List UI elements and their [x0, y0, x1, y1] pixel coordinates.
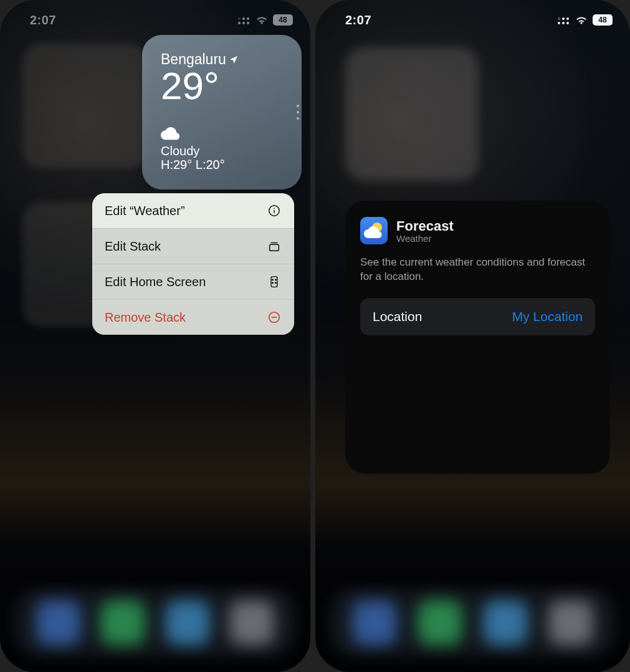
status-bar: 2:07 48	[0, 0, 310, 34]
location-value: My Location	[512, 309, 583, 324]
location-label: Location	[373, 309, 422, 324]
iphone-widget-edit-right: 2:07 48 Forecast Weather	[315, 0, 630, 672]
cloud-icon	[161, 127, 285, 143]
svg-rect-3	[270, 244, 279, 251]
battery-level: 48	[598, 16, 606, 24]
widget-context-menu: Edit “Weather” Edit Stack Edit Home Scre…	[92, 193, 294, 335]
dock-app[interactable]	[418, 600, 462, 645]
battery-indicator: 48	[593, 14, 613, 26]
iphone-home-screen-left: 2:07 48 Bengaluru 29° Cloudy H:29° L:	[0, 0, 310, 672]
svg-rect-4	[271, 277, 277, 287]
status-bar: 2:07 48	[315, 0, 630, 34]
dock	[15, 588, 295, 657]
sheet-subtitle: Weather	[396, 233, 454, 244]
dock-app[interactable]	[165, 600, 210, 645]
battery-level: 48	[279, 16, 287, 24]
info-icon	[267, 203, 282, 218]
dock	[330, 588, 615, 657]
svg-point-5	[272, 279, 274, 281]
svg-point-8	[275, 282, 277, 284]
status-time: 2:07	[30, 13, 56, 27]
stack-icon	[267, 239, 282, 254]
wifi-icon	[575, 15, 588, 25]
wifi-icon	[255, 15, 268, 25]
dock-app[interactable]	[548, 600, 593, 645]
weather-condition: Cloudy	[161, 144, 285, 158]
svg-point-6	[275, 279, 277, 281]
stack-page-indicator	[297, 105, 299, 120]
sheet-title: Forecast	[396, 218, 454, 234]
svg-point-2	[274, 208, 275, 209]
dock-app[interactable]	[100, 600, 145, 645]
cellular-signal-icon	[558, 16, 570, 24]
svg-point-7	[272, 282, 274, 284]
weather-widget[interactable]: Bengaluru 29° Cloudy H:29° L:20°	[142, 35, 302, 190]
dock-app[interactable]	[352, 600, 397, 645]
status-time: 2:07	[345, 13, 371, 27]
remove-icon	[267, 310, 282, 325]
menu-item-label: Edit Home Screen	[105, 275, 206, 289]
status-indicators: 48	[238, 14, 293, 26]
weather-app-icon	[360, 217, 388, 244]
location-arrow-icon	[229, 55, 239, 65]
dock-app[interactable]	[229, 600, 274, 645]
weather-temperature: 29°	[161, 67, 285, 105]
menu-item-label: Remove Stack	[105, 310, 186, 325]
background-widget-blur	[22, 44, 147, 168]
dock-app[interactable]	[483, 600, 528, 645]
battery-indicator: 48	[273, 14, 293, 26]
sheet-description: See the current weather conditions and f…	[360, 256, 595, 284]
widget-edit-sheet: Forecast Weather See the current weather…	[345, 201, 610, 474]
cellular-signal-icon	[238, 16, 251, 24]
menu-item-edit-home-screen[interactable]: Edit Home Screen	[92, 264, 294, 299]
phone-apps-icon	[267, 274, 282, 289]
menu-item-remove-stack[interactable]: Remove Stack	[92, 299, 294, 335]
location-row[interactable]: Location My Location	[360, 298, 595, 335]
menu-item-label: Edit Stack	[105, 239, 161, 254]
status-indicators: 48	[558, 14, 613, 26]
menu-item-edit-stack[interactable]: Edit Stack	[92, 228, 294, 264]
dock-app[interactable]	[36, 600, 81, 645]
weather-high-low: H:29° L:20°	[161, 158, 285, 172]
menu-item-label: Edit “Weather”	[105, 204, 185, 218]
menu-item-edit-weather[interactable]: Edit “Weather”	[92, 193, 294, 228]
background-widget-blur	[345, 47, 479, 181]
